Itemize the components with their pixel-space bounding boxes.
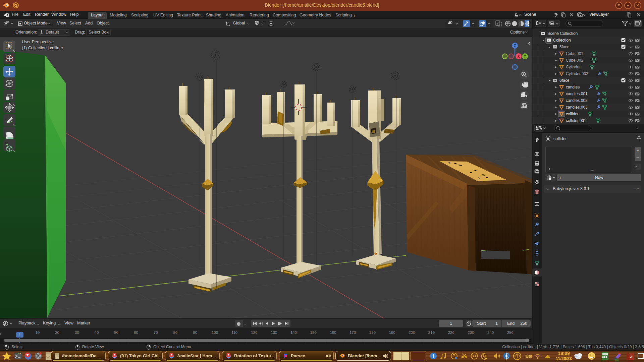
- svg-text:a: a: [630, 354, 633, 359]
- svg-text:Z: Z: [514, 44, 516, 48]
- svg-text:Y: Y: [524, 55, 526, 58]
- svg-text:us: us: [525, 353, 532, 359]
- svg-text:i: i: [433, 354, 434, 359]
- svg-text:X: X: [518, 55, 520, 58]
